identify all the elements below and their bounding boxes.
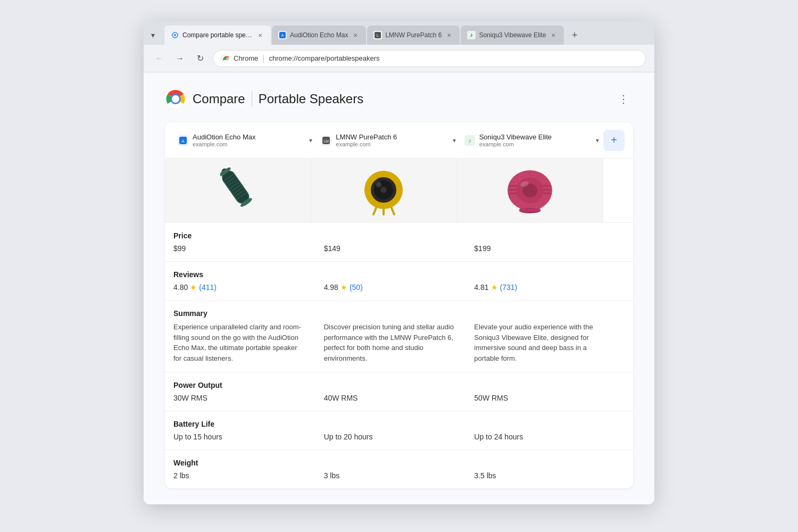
page-subtitle: Portable Speakers [259, 92, 363, 106]
svg-text:♪: ♪ [470, 32, 473, 38]
product-image-add-placeholder [603, 159, 633, 222]
page-title-section: Compare Portable Speakers [193, 91, 363, 107]
forward-button[interactable]: → [172, 51, 187, 66]
power-value-2: 40W RMS [324, 394, 475, 402]
review-count-3[interactable]: (731) [500, 283, 518, 292]
weight-section: Weight 2 lbs 3 lbs 3.5 lbs [165, 450, 633, 488]
summary-values: Experience unparalleled clarity and room… [173, 322, 625, 372]
speaker-image-2 [359, 165, 409, 216]
product-name-1: AudiOtion Echo Max [193, 133, 305, 141]
summary-text-3: Elevate your audio experience with the S… [474, 322, 616, 363]
power-values: 30W RMS 40W RMS 50W RMS [173, 394, 625, 411]
dropdown-arrow-3: ▾ [596, 137, 599, 144]
add-product-button[interactable]: + [603, 130, 625, 151]
tab-close-soniqu3[interactable]: ✕ [549, 31, 558, 39]
tab-close-lmnw[interactable]: ✕ [445, 31, 453, 39]
svg-point-1 [174, 34, 176, 36]
chrome-label: Chrome [234, 54, 258, 62]
product-selector-1[interactable]: A AudiOtion Echo Max example.com ▾ [173, 129, 317, 152]
tab-label-compare: Compare portable speaker... [182, 31, 253, 39]
address-url: chrome://compare/portablespeakers [269, 54, 638, 62]
price-value-2: $149 [324, 244, 475, 253]
tab-lmnw[interactable]: L LMNW PurePatch 6 ✕ [367, 26, 460, 45]
review-count-2[interactable]: (50) [350, 283, 363, 292]
svg-text:♪: ♪ [468, 137, 471, 144]
tab-label-soniqu3: Soniqu3 Vibewave Elite [479, 31, 546, 39]
battery-value-3: Up to 24 hours [474, 433, 625, 441]
product-info-2: LMNW PurePatch 6 example.com [336, 133, 448, 147]
speaker-image-1 [220, 163, 255, 219]
address-bar-input[interactable]: Chrome | chrome://compare/portablespeake… [213, 50, 646, 67]
product-selector-2[interactable]: LM LMNW PurePatch 6 example.com ▾ [317, 129, 460, 152]
battery-values: Up to 15 hours Up to 20 hours Up to 24 h… [173, 433, 625, 450]
star-icon-1: ★ [190, 283, 197, 292]
reload-button[interactable]: ↻ [193, 51, 207, 66]
product-site-3: example.com [479, 141, 592, 147]
power-label: Power Output [173, 372, 625, 394]
tab-compare-speakers[interactable]: Compare portable speaker... ✕ [164, 26, 271, 45]
svg-text:LM: LM [323, 139, 329, 143]
tab-close-compare[interactable]: ✕ [256, 31, 264, 39]
products-header: A AudiOtion Echo Max example.com ▾ LM LM… [165, 122, 633, 159]
rating-row-2: 4.98 ★ (50) [324, 283, 466, 292]
compare-word: Compare [193, 92, 245, 106]
tab-audiotion[interactable]: A AudiOtion Echo Max ✕ [272, 26, 366, 45]
power-value-3: 50W RMS [474, 394, 625, 402]
tab-label-lmnw: LMNW PurePatch 6 [385, 31, 442, 39]
more-options-button[interactable]: ⋮ [614, 89, 633, 109]
chrome-logo [165, 88, 186, 110]
product-name-2: LMNW PurePatch 6 [336, 133, 448, 141]
svg-text:A: A [181, 138, 185, 143]
back-button[interactable]: ← [152, 51, 167, 66]
tab-icon-soniqu3: ♪ [467, 31, 476, 39]
weight-label: Weight [173, 450, 625, 471]
add-icon: + [611, 134, 617, 146]
summary-label: Summary [173, 301, 625, 322]
tab-label-audiotion: AudiOtion Echo Max [290, 31, 348, 39]
reload-icon: ↻ [197, 53, 204, 63]
rating-number-2: 4.98 [324, 283, 338, 292]
product-icon-1: A [178, 135, 188, 146]
product-name-3: Soniqu3 Vibewave Elite [479, 133, 592, 141]
tab-icon-lmnw: L [373, 31, 382, 39]
chrome-icon [221, 54, 229, 63]
weight-values: 2 lbs 3 lbs 3.5 lbs [173, 471, 625, 488]
summary-section: Summary Experience unparalleled clarity … [165, 300, 633, 372]
product-selector-3[interactable]: ♪ Soniqu3 Vibewave Elite example.com ▾ [460, 129, 603, 152]
tab-soniqu3[interactable]: ♪ Soniqu3 Vibewave Elite ✕ [461, 26, 564, 45]
page-header: Compare Portable Speakers ⋮ [165, 88, 633, 110]
rating-row-1: 4.80 ★ (411) [173, 283, 315, 292]
svg-text:L: L [377, 34, 379, 37]
product-site-2: example.com [336, 141, 448, 147]
product-image-2 [311, 159, 458, 222]
star-icon-3: ★ [491, 283, 498, 292]
tab-close-audiotion[interactable]: ✕ [351, 31, 360, 39]
reviews-values: 4.80 ★ (411) 4.98 ★ (50) [173, 283, 625, 300]
dropdown-arrow-2: ▾ [453, 137, 456, 144]
reviews-section: Reviews 4.80 ★ (411) 4.98 ★ (50) [165, 261, 633, 300]
forward-icon: → [176, 54, 184, 63]
tab-icon-audiotion: A [278, 31, 287, 39]
summary-text-1: Experience unparalleled clarity and room… [173, 322, 315, 363]
price-section: Price $99 $149 $199 [165, 222, 633, 261]
tab-bar-left: ▾ [144, 26, 162, 45]
svg-point-36 [376, 182, 381, 187]
price-value-1: $99 [173, 244, 324, 253]
svg-point-11 [172, 95, 179, 103]
browser-window: ▾ Compare portable speaker... ✕ A AudiOt… [144, 21, 654, 504]
svg-rect-47 [519, 209, 541, 212]
rating-number-3: 4.81 [474, 283, 488, 292]
new-tab-button[interactable]: + [567, 28, 582, 43]
tab-bar: ▾ Compare portable speaker... ✕ A AudiOt… [144, 21, 654, 45]
tab-list-dropdown[interactable]: ▾ [148, 29, 158, 41]
tab-icon-compare [171, 31, 179, 39]
product-info-1: AudiOtion Echo Max example.com [193, 133, 305, 147]
speaker-image-3 [503, 167, 556, 214]
review-count-1[interactable]: (411) [199, 283, 217, 292]
rating-number-1: 4.80 [173, 283, 188, 292]
battery-value-2: Up to 20 hours [324, 433, 475, 441]
product-image-3 [457, 159, 603, 222]
address-separator: | [262, 54, 264, 63]
dropdown-arrow-1: ▾ [309, 137, 312, 144]
power-value-1: 30W RMS [173, 394, 324, 402]
